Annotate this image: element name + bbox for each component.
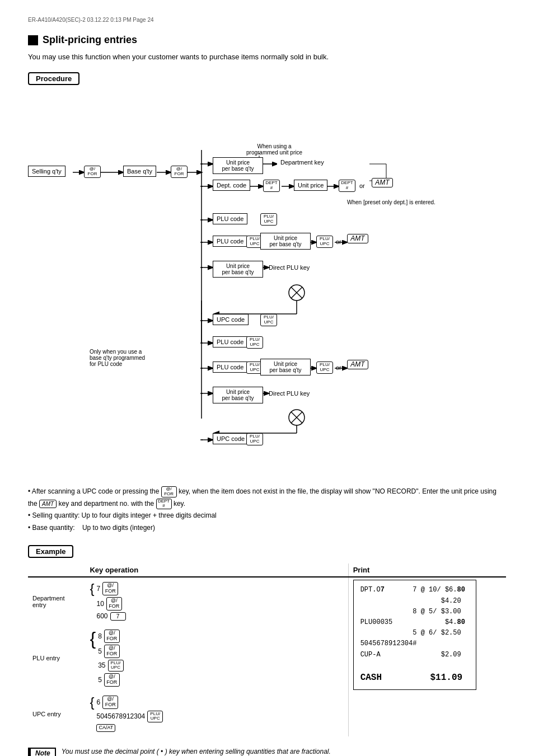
only-when-note: Only when you use abase q'ty programmedf… — [90, 349, 145, 367]
dept-key-1: DEPT# — [263, 180, 280, 192]
plu-code-box-1: PLU code — [213, 213, 247, 224]
for-key-eg1: @/FOR — [102, 582, 118, 595]
plu-code-box-2: PLU code — [213, 236, 247, 247]
procedure-label: Procedure — [28, 72, 79, 85]
plu-upc-key-eg2: PLU/UPC — [147, 711, 163, 723]
note-label: Note — [28, 748, 56, 756]
plu-upc-key-6: PLU/UPC — [316, 361, 333, 374]
for-key-2: @/FOR — [171, 166, 188, 178]
dept-entry-label: Departmententry — [28, 577, 85, 625]
plu-upc-key-upc2: PLU/UPC — [246, 433, 263, 445]
plu-upc-key-1: PLU/UPC — [260, 213, 277, 226]
col-header-print: Print — [348, 564, 506, 577]
dept-code-box: Dept. code — [213, 180, 250, 191]
plu-code-box-3: PLU code — [213, 336, 247, 348]
print-output: DPT.O7 7 @ 10/ $6.80 $4.20 8 @ 5/ $3.00 … — [353, 580, 476, 690]
dept-key-ops: { 7 @/FOR 10 @/FOR 600 — [85, 577, 348, 625]
svg-line-31 — [291, 412, 302, 423]
page-header: ER-A410/A420(SEC)-2 03.12.22 0:13 PM Pag… — [28, 17, 506, 23]
when-using-note: When using aprogrammed unit price — [246, 143, 302, 156]
dept-key-label: Department key — [277, 157, 327, 167]
unit-price-box-2: Unit priceper base q'ty — [260, 233, 311, 250]
col-header-key-operation: Key operation — [85, 564, 348, 577]
preset-note: When [preset only dept.] is entered. — [347, 199, 435, 205]
for-key-eg3: @/FOR — [104, 630, 120, 643]
upc-key-ops: { 6 @/FOR 5045678912304 PLU/UPC — [85, 691, 348, 736]
for-key-eg4: @/FOR — [104, 645, 120, 658]
svg-point-30 — [289, 410, 305, 425]
example-label: Example — [28, 545, 73, 558]
base-qty-box: Base q'ty — [123, 166, 156, 177]
note-section: Note You must use the decimal point ( • … — [28, 748, 506, 756]
section-title: Split-pricing entries — [28, 34, 506, 46]
svg-point-27 — [289, 285, 305, 300]
svg-line-32 — [291, 412, 302, 423]
key-value-35: 35 — [98, 661, 105, 669]
key-value-10: 10 — [96, 600, 104, 608]
plu-upc-key-upc1: PLU/UPC — [260, 314, 277, 326]
key-value-6: 6 — [96, 698, 100, 706]
unit-price-box-3: Unit priceper base q'ty — [213, 261, 263, 278]
or-label-1: or — [359, 182, 365, 189]
example-section: Example Key operation Print Departmenten… — [28, 545, 506, 736]
plu-code-box-4: PLU code — [213, 361, 247, 373]
table-row-dept: Departmententry { 7 @/FOR 10 @/FOR — [28, 577, 506, 625]
key-value-600: 600 — [96, 612, 107, 620]
unit-price-box-5: Unit priceper base q'ty — [213, 387, 263, 403]
svg-line-28 — [291, 287, 302, 298]
plu-upc-key-eg1: PLU/UPC — [108, 660, 124, 672]
unit-price-box-4: Unit priceper base q'ty — [260, 359, 311, 375]
plu-entry-label: PLU entry — [28, 625, 85, 691]
key-value-5a: 5 — [98, 647, 102, 655]
upc-code-box-2: UPC code — [213, 433, 249, 444]
key-value-barcode: 5045678912304 — [96, 712, 145, 720]
square-icon — [28, 35, 38, 45]
unit-price-box-1: Unit priceper base q'ty — [213, 157, 263, 174]
amt-key-1: AMT — [372, 178, 393, 187]
dept-print-cell: DPT.O7 7 @ 10/ $6.80 $4.20 8 @ 5/ $3.00 … — [348, 577, 506, 736]
example-table: Key operation Print Departmententry { 7 … — [28, 564, 506, 736]
ca-at-key-eg: CA/AT — [96, 724, 115, 732]
upc-entry-label: UPC entry — [28, 691, 85, 736]
or-label-3: or — [336, 364, 341, 371]
upc-code-box-1: UPC code — [213, 314, 249, 325]
dept-key-2: DEPT# — [339, 180, 355, 192]
unit-price-label-1: Unit price — [294, 180, 327, 191]
key-value-7: 7 — [96, 585, 100, 593]
col-header-entry — [28, 564, 85, 577]
selling-qty-box: Selling q'ty — [28, 166, 65, 177]
svg-line-29 — [291, 287, 302, 298]
intro-text: You may use this function when your cust… — [28, 53, 506, 61]
or-label-2: or — [336, 238, 341, 245]
plu-upc-key-3: PLU/UPC — [316, 236, 333, 248]
plu-key-ops: { 8 @/FOR 5 @/FOR 35 — [85, 625, 348, 691]
key-value-8: 8 — [98, 632, 102, 640]
note-text: You must use the decimal point ( • ) key… — [62, 748, 331, 755]
for-key-1: @/FOR — [84, 166, 101, 178]
amt-key-3: AMT — [347, 360, 368, 369]
bullet-notes: • After scanning a UPC code or pressing … — [28, 486, 506, 534]
dept-key-eg: 7 — [110, 612, 126, 621]
key-value-5b: 5 — [98, 676, 102, 684]
diagram-area: Selling q'ty @/FOR Base q'ty @/FOR When … — [28, 94, 509, 475]
direct-plu-key-1: Direct PLU key — [269, 264, 310, 271]
amt-key-2: AMT — [347, 234, 368, 243]
plu-upc-key-4: PLU/UPC — [246, 336, 263, 349]
cash-line: CASH $11.09 — [360, 671, 469, 685]
for-key-eg6: @/FOR — [102, 696, 118, 709]
for-key-eg5: @/FOR — [104, 673, 120, 687]
direct-plu-key-2: Direct PLU key — [269, 390, 310, 397]
for-key-eg2: @/FOR — [106, 597, 122, 611]
